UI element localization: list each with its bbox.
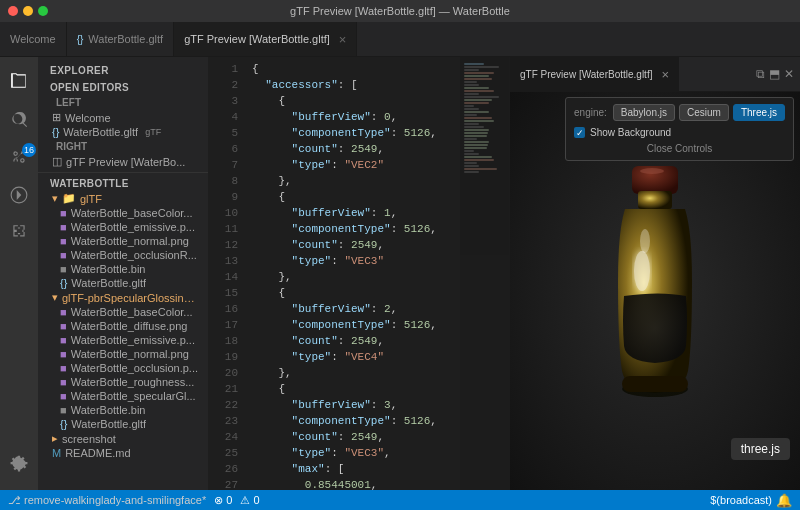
waterbottle-gltf-label: WaterBottle.gltf [63,126,138,138]
sidebar-item-specular[interactable]: ■ WaterBottle_specularGl... [46,389,208,403]
sidebar-item-emissive[interactable]: ■ WaterBottle_emissive.p... [46,220,208,234]
extensions-icon[interactable] [0,214,38,252]
explorer-icon[interactable] [0,62,38,100]
sidebar-item-diffuse[interactable]: ■ WaterBottle_diffuse.png [46,319,208,333]
preview-close-icon[interactable]: × [661,67,669,82]
traffic-lights [8,6,48,16]
sidebar-item-gltf[interactable]: {} WaterBottle.gltf [46,276,208,290]
live-share-icon[interactable]: $(broadcast) [710,494,772,506]
bin-icon: ■ [60,263,67,275]
close-panel-icon[interactable]: ✕ [784,67,794,81]
svg-point-4 [634,251,650,291]
sidebar-item-gltf2[interactable]: {} WaterBottle.gltf [46,417,208,431]
sidebar-item-bin[interactable]: ■ WaterBottle.bin [46,262,208,276]
sidebar-item-gltf-binary-folder[interactable]: ▾ glTF-pbrSpecularGlossinne... [38,290,208,305]
md-icon: M [52,447,61,459]
status-icons: $(broadcast) 🔔 [710,493,792,508]
tab-preview[interactable]: gTF Preview [WaterBottle.gltf] × [174,22,357,56]
status-branch[interactable]: ⎇ remove-walkinglady-and-smilingface* [8,494,206,507]
svg-rect-3 [638,191,672,209]
close-traffic-light[interactable] [8,6,18,16]
tab-waterbottle-label: WaterBottle.gltf [88,33,163,45]
babylon-btn[interactable]: Babylon.js [613,104,675,121]
split-icon[interactable]: ⧉ [756,67,765,81]
sidebar-item-screenshot[interactable]: ▸ screenshot [38,431,208,446]
sidebar-item-waterbottle[interactable]: {} WaterBottle.gltf gTF [38,125,208,139]
sidebar-item-normal2[interactable]: ■ WaterBottle_normal.png [46,347,208,361]
sidebar-item-bc2[interactable]: ■ WaterBottle_baseColor... [46,305,208,319]
sidebar-item-emissive2[interactable]: ■ WaterBottle_emissive.p... [46,333,208,347]
png-icon-7: ■ [60,334,67,346]
show-background-row: ✓ Show Background [574,127,785,138]
png-icon-10: ■ [60,376,67,388]
branch-icon: ⎇ [8,494,21,507]
sidebar-item-roughness[interactable]: ■ WaterBottle_roughness... [46,375,208,389]
open-editors-header: OPEN EDITORS [38,80,208,95]
gltf-icon: {} [77,34,84,45]
sidebar-item-readme[interactable]: M README.md [38,446,208,460]
gltf-icon-3: {} [60,418,67,430]
png-icon-3: ■ [60,235,67,247]
svg-point-5 [640,229,650,253]
minimize-traffic-light[interactable] [23,6,33,16]
cesium-btn[interactable]: Cesium [679,104,729,121]
code-editor[interactable]: 12345 678910 1112131415 1617181920 21222… [208,57,510,490]
bin-icon-2: ■ [60,404,67,416]
folder-icon-2: ▸ [52,432,58,445]
maximize-icon[interactable]: ⬒ [769,67,780,81]
sidebar-item-preview[interactable]: ◫ gTF Preview [WaterBo... [38,154,208,169]
waterbottle-header: WATERBOTTLE [38,176,208,191]
settings-icon[interactable] [0,444,38,482]
png-icon-8: ■ [60,348,67,360]
sidebar-item-occlusion2[interactable]: ■ WaterBottle_occlusion.p... [46,361,208,375]
svg-rect-7 [622,376,688,392]
search-icon[interactable] [0,100,38,138]
png-icon-5: ■ [60,306,67,318]
gltf-tag: gTF [145,127,161,137]
gltf-binary-files: ■ WaterBottle_baseColor... ■ WaterBottle… [46,305,208,431]
sidebar-item-bin2[interactable]: ■ WaterBottle.bin [46,403,208,417]
branch-label: remove-walkinglady-and-smilingface* [24,494,206,506]
folder-icon: 📁 [62,192,76,205]
editor-area: 12345 678910 1112131415 1617181920 21222… [208,57,510,490]
png-icon-2: ■ [60,221,67,233]
tab-welcome[interactable]: Welcome [0,22,67,56]
status-warning-count[interactable]: ⚠ 0 [240,494,259,507]
title-bar: gTF Preview [WaterBottle.gltf] — WaterBo… [0,0,800,22]
main-area: 16 EXPLORER OPEN EDITORS LEFT ⊞ Welcome … [0,57,800,490]
left-header: LEFT [38,95,208,110]
close-icon[interactable]: × [339,32,347,47]
sidebar-item-normal[interactable]: ■ WaterBottle_normal.png [46,234,208,248]
explorer-header: EXPLORER [38,57,208,80]
show-background-label: Show Background [590,127,671,138]
source-control-badge: 16 [22,143,36,157]
sidebar-item-welcome[interactable]: ⊞ Welcome [38,110,208,125]
sidebar: EXPLORER OPEN EDITORS LEFT ⊞ Welcome {} … [38,57,208,490]
source-control-icon[interactable]: 16 [0,138,38,176]
tab-waterbottle-gltf[interactable]: {} WaterBottle.gltf [67,22,174,56]
preview-icon: ◫ [52,155,62,168]
bell-icon[interactable]: 🔔 [776,493,792,508]
tab-bar: Welcome {} WaterBottle.gltf gTF Preview … [0,22,800,57]
show-background-checkbox[interactable]: ✓ [574,127,585,138]
maximize-traffic-light[interactable] [38,6,48,16]
chevron-right-icon: ▾ [52,192,58,205]
debug-icon[interactable] [0,176,38,214]
sidebar-item-basecolor[interactable]: ■ WaterBottle_baseColor... [46,206,208,220]
sidebar-item-occlusion[interactable]: ■ WaterBottle_occlusionR... [46,248,208,262]
window-title: gTF Preview [WaterBottle.gltf] — WaterBo… [290,5,510,17]
preview-tab-bar: gTF Preview [WaterBottle.gltf] × ⧉ ⬒ ✕ [510,57,800,92]
preview-panel: gTF Preview [WaterBottle.gltf] × ⧉ ⬒ ✕ e… [510,57,800,490]
svg-point-2 [640,168,664,174]
threejs-btn[interactable]: Three.js [733,104,785,121]
status-error-count[interactable]: ⊗ 0 [214,494,232,507]
status-bar: ⎇ remove-walkinglady-and-smilingface* ⊗ … [0,490,800,510]
png-icon-4: ■ [60,249,67,261]
gltf-files: ■ WaterBottle_baseColor... ■ WaterBottle… [46,206,208,290]
bottle-svg [590,161,720,421]
close-controls-btn[interactable]: Close Controls [574,143,785,154]
sidebar-item-gltf-folder[interactable]: ▾ 📁 glTF [38,191,208,206]
png-icon-11: ■ [60,390,67,402]
tab-preview-label: gTF Preview [WaterBottle.gltf] [184,33,330,45]
preview-tab[interactable]: gTF Preview [WaterBottle.gltf] × [510,57,679,91]
